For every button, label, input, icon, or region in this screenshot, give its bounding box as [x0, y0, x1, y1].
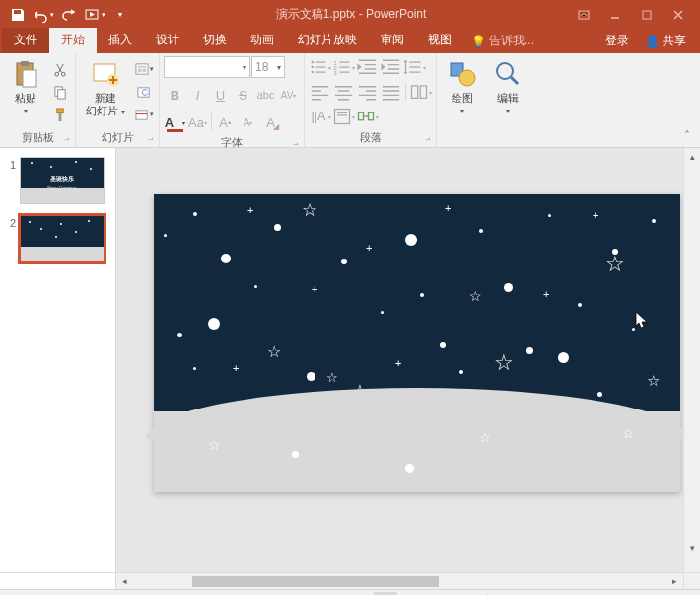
ribbon: 粘贴 ▾ 剪贴板 新建幻灯片 ▾ ▾ ▾ 幻灯片: [0, 53, 700, 148]
group-clipboard-label: 剪贴板: [4, 128, 71, 147]
align-right-button[interactable]: [356, 81, 379, 103]
line-spacing-button[interactable]: ▾: [403, 56, 426, 78]
tab-design[interactable]: 设计: [144, 28, 191, 53]
svg-point-32: [497, 63, 513, 79]
maximize-button[interactable]: [633, 4, 661, 26]
redo-button[interactable]: [57, 3, 81, 27]
share-button[interactable]: 👤共享: [637, 29, 694, 53]
increase-indent-button[interactable]: [380, 56, 402, 78]
scroll-right-button[interactable]: ▸: [666, 573, 683, 590]
tab-transitions[interactable]: 切换: [191, 28, 239, 53]
share-icon: 👤: [645, 35, 660, 48]
new-slide-button[interactable]: 新建幻灯片 ▾: [80, 56, 131, 119]
svg-rect-15: [137, 65, 145, 67]
scroll-track[interactable]: [133, 573, 666, 590]
tab-animations[interactable]: 动画: [239, 28, 286, 53]
reset-button[interactable]: [133, 81, 155, 103]
align-center-button[interactable]: [332, 81, 355, 103]
tab-insert[interactable]: 插入: [97, 28, 144, 53]
tab-slideshow[interactable]: 幻灯片放映: [286, 28, 369, 53]
bullets-button[interactable]: ▾: [309, 56, 331, 78]
horizontal-scrollbar[interactable]: ◂ ▸: [116, 572, 683, 589]
thumbnail-number: 2: [6, 215, 16, 262]
tab-home[interactable]: 开始: [49, 28, 97, 53]
statusbar: 幻灯片 第 2 张，共 2 张 ≐备注 💬批注 − + 43%: [0, 589, 700, 595]
editing-button[interactable]: 编辑 ▾: [486, 56, 529, 117]
format-painter-button[interactable]: [49, 104, 71, 125]
chevron-down-icon: ▾: [274, 63, 281, 72]
tab-view[interactable]: 视图: [416, 28, 463, 53]
svg-rect-14: [136, 63, 148, 73]
text-direction-button[interactable]: ||A▾: [309, 106, 331, 127]
align-left-button[interactable]: [309, 81, 331, 103]
separator: [211, 113, 212, 131]
thumbnail-item: 2: [0, 212, 115, 270]
cut-button[interactable]: [49, 58, 71, 80]
group-slides: 新建幻灯片 ▾ ▾ ▾ 幻灯片: [76, 53, 160, 147]
change-case-button[interactable]: Aa▾: [186, 112, 209, 133]
group-paragraph-label: 段落: [309, 128, 432, 147]
svg-rect-10: [56, 108, 63, 112]
slide1-title-preview: 圣诞快乐: [33, 172, 92, 186]
font-family-combo[interactable]: ▾: [164, 56, 250, 78]
decrease-indent-button[interactable]: [356, 56, 379, 78]
section-button[interactable]: ▾: [133, 104, 155, 125]
save-button[interactable]: [6, 3, 30, 27]
close-button[interactable]: [665, 4, 692, 26]
start-from-beginning-button[interactable]: ▾: [83, 3, 106, 27]
strikethrough-button[interactable]: S: [232, 84, 254, 106]
svg-rect-16: [137, 68, 141, 72]
scroll-down-button[interactable]: ▾: [684, 539, 700, 556]
vertical-scrollbar[interactable]: ▴ ▾: [683, 148, 700, 572]
scroll-up-button[interactable]: ▴: [684, 148, 700, 165]
numbering-button[interactable]: 123▾: [332, 56, 355, 78]
bold-button[interactable]: B: [164, 84, 186, 106]
columns-button[interactable]: ▾: [409, 81, 432, 103]
clear-formatting-button[interactable]: A◢: [259, 112, 282, 133]
titlebar: ▾ ▾ ▾ 演示文稿1.pptx - PowerPoint: [0, 0, 700, 29]
character-spacing-button[interactable]: AV▾: [277, 84, 300, 106]
scroll-thumb[interactable]: [192, 576, 439, 587]
font-color-button[interactable]: A▾: [164, 112, 186, 133]
paste-icon: [10, 58, 41, 90]
slide-canvas[interactable]: ☆ ☆ ☆ ☆ ☆ ☆ ☆ ☆ + + + + + + + + ☆ ☆ ☆: [154, 194, 680, 492]
layout-button[interactable]: ▾: [133, 58, 155, 80]
group-slides-label: 幻灯片: [80, 128, 155, 147]
caret-icon: ▾: [24, 107, 28, 115]
shadow-button[interactable]: abc: [254, 84, 277, 106]
tab-file[interactable]: 文件: [2, 28, 49, 53]
svg-rect-5: [23, 70, 36, 87]
undo-button[interactable]: ▾: [32, 3, 55, 27]
decrease-font-button[interactable]: A▾: [237, 112, 259, 133]
font-size-value: 18: [255, 60, 274, 74]
align-text-button[interactable]: ▾: [332, 106, 355, 127]
minimize-button[interactable]: [601, 4, 629, 26]
smartart-button[interactable]: ▾: [356, 106, 379, 127]
justify-button[interactable]: [380, 81, 402, 103]
underline-button[interactable]: U: [209, 84, 232, 106]
scroll-left-button[interactable]: ◂: [116, 573, 133, 590]
svg-rect-4: [21, 61, 29, 66]
drawing-button[interactable]: 绘图 ▾: [441, 56, 484, 117]
svg-rect-9: [57, 89, 65, 98]
thumbnail-item: 1 圣诞快乐 Merry Christmas: [0, 154, 115, 212]
window-title: 演示文稿1.pptx - PowerPoint: [132, 6, 570, 23]
paste-button[interactable]: 粘贴 ▾: [4, 56, 47, 117]
signin-button[interactable]: 登录: [597, 29, 637, 53]
increase-font-button[interactable]: A▴: [214, 112, 237, 133]
font-size-combo[interactable]: 18▾: [251, 56, 285, 78]
quick-access-toolbar: ▾ ▾ ▾: [0, 3, 132, 27]
tab-review[interactable]: 审阅: [369, 28, 416, 53]
slide-editor[interactable]: ☆ ☆ ☆ ☆ ☆ ☆ ☆ ☆ + + + + + + + + ☆ ☆ ☆: [116, 148, 683, 572]
italic-button[interactable]: I: [186, 84, 209, 106]
qat-customize-button[interactable]: ▾: [108, 3, 132, 27]
workspace: 1 圣诞快乐 Merry Christmas 2: [0, 148, 700, 572]
tell-me-search[interactable]: 💡告诉我...: [463, 29, 542, 53]
ribbon-options-button[interactable]: [570, 4, 597, 26]
thumbnail-slide-1[interactable]: 圣诞快乐 Merry Christmas: [20, 157, 105, 204]
caret-icon: ▾: [460, 107, 464, 115]
collapse-ribbon-button[interactable]: ˄: [678, 129, 696, 143]
group-font: ▾ 18▾ B I U S abc AV▾ A▾ Aa▾ A▴ A▾ A◢ 字体: [160, 53, 305, 147]
copy-button[interactable]: [49, 81, 71, 103]
thumbnail-slide-2[interactable]: [20, 215, 105, 262]
